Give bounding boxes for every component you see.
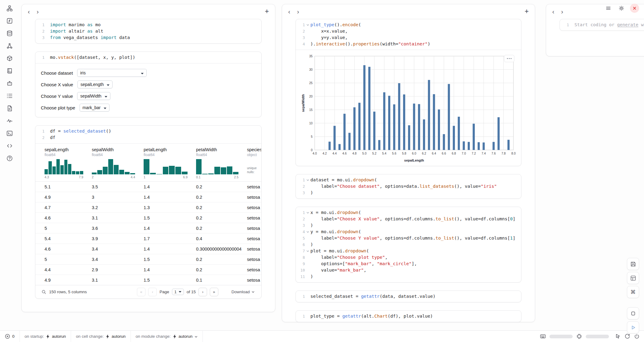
add-cell-button[interactable]: + [525, 8, 529, 15]
settings-button[interactable] [617, 4, 626, 13]
fold-spacer [305, 222, 310, 229]
code-editor[interactable]: 1 Start coding or generate with AI [560, 19, 644, 30]
line-number: 1 [560, 22, 569, 28]
sync-icon[interactable] [624, 333, 630, 339]
table-cell: setosa [247, 267, 262, 272]
code-editor[interactable]: 1plot_type = getattr(alt.Chart(df), plot… [296, 311, 521, 322]
command-palette-button[interactable]: ⌘ [627, 286, 639, 298]
svg-text:6.6: 6.6 [442, 152, 446, 155]
code-editor[interactable]: 1dataset = mo.ui.dropdown(2 label="Choos… [296, 174, 521, 198]
svg-text:sepalWidth: sepalWidth [301, 94, 305, 112]
sidebar-sitemap-button[interactable] [5, 4, 13, 12]
table-cell: 4.6 [45, 216, 92, 220]
config-label: on module change: [136, 334, 171, 339]
fold-spacer [569, 22, 574, 28]
code-editor[interactable]: 1x = mo.ui.dropdown(2 label="Choose X va… [296, 207, 521, 282]
column-name: petalWidth [196, 147, 247, 152]
power-icon[interactable] [634, 333, 640, 339]
error-circle-icon [5, 334, 10, 339]
runtime-config-on-module-change[interactable]: on module change:autorun [131, 331, 203, 342]
generate-link[interactable]: generate [617, 22, 639, 27]
column-next-button[interactable]: › [37, 8, 39, 15]
svg-text:5.2: 5.2 [372, 152, 377, 155]
line-number: 3 [35, 34, 45, 41]
code-editor[interactable]: 1df = selected_dataset()2df [35, 126, 261, 143]
choose-x-value-select[interactable]: sepalLength [77, 80, 113, 88]
line-number: 4 [296, 41, 305, 47]
page-select[interactable]: 1 [172, 289, 184, 295]
scratch-placeholder[interactable]: Start coding or generate with AI [574, 22, 644, 28]
download-button[interactable]: Download [231, 290, 255, 294]
table-row: 4.73.21.30.2setosa [35, 202, 261, 213]
code-editor[interactable]: 1import marimo as mo2import altair as al… [35, 19, 261, 43]
svg-text:6.8: 6.8 [452, 152, 456, 155]
column-header-sepalWidth: sepalWidthfloat6424.4 [92, 147, 144, 179]
fold-chevron-icon[interactable] [305, 248, 310, 254]
code-editor[interactable]: 1selected_dataset = getattr(data, datase… [296, 291, 521, 302]
sidebar-terminal-button[interactable] [5, 129, 13, 137]
line-number: 1 [296, 293, 305, 300]
prev-page-button[interactable]: ‹ [148, 288, 157, 296]
chart-actions-button[interactable] [504, 55, 514, 62]
choose-y-value-select[interactable]: sepalWidth [77, 92, 110, 100]
keyboard-icon[interactable] [540, 333, 546, 339]
code-line: 2 label="Choose dataset", options=data.l… [296, 183, 519, 190]
add-cell-button[interactable]: + [265, 8, 269, 15]
control-row: Choose X valuesepalLength [41, 79, 256, 90]
config-label: on cell change: [76, 334, 104, 339]
run-button[interactable] [627, 321, 639, 333]
sidebar-notebook-button[interactable] [5, 67, 13, 75]
chart-output: 4.04.24.44.64.85.05.25.45.65.86.06.26.46… [296, 50, 521, 166]
line-number: 7 [296, 248, 305, 254]
column-prev-button[interactable]: ‹ [552, 8, 554, 15]
fold-chevron-icon[interactable] [305, 22, 310, 28]
sidebar-database-button[interactable] [5, 29, 13, 37]
sidebar-snippets-button[interactable] [5, 142, 13, 150]
line-number: 1 [35, 128, 45, 134]
fold-chevron-icon[interactable] [305, 177, 310, 183]
runtime-config-on-startup[interactable]: on startup:autorun [20, 331, 71, 342]
sidebar-package-button[interactable] [5, 54, 13, 62]
column-next-button[interactable]: › [561, 8, 563, 15]
sidebar-list-button[interactable] [5, 92, 13, 100]
table-body: 5.13.51.40.2setosa4.931.40.2setosa4.73.2… [35, 182, 261, 285]
first-page-button[interactable]: « [137, 288, 145, 296]
cpu-chip-icon[interactable] [576, 333, 582, 339]
sidebar-robot-button[interactable] [5, 79, 13, 87]
error-count-button[interactable]: 0 [0, 331, 20, 342]
error-count: 0 [12, 334, 15, 339]
shutdown-button[interactable] [630, 4, 639, 13]
last-page-button[interactable]: » [210, 288, 218, 296]
column-next-button[interactable]: › [297, 8, 299, 15]
sidebar-document-button[interactable] [5, 104, 13, 112]
menu-button[interactable] [604, 4, 613, 13]
table-cell: 1.4 [144, 247, 196, 251]
table-cell: 1.4 [144, 267, 196, 272]
table-cell: 1.4 [144, 195, 196, 200]
pointer-icon[interactable] [615, 333, 621, 339]
code-line: 1df = selected_dataset() [35, 128, 259, 134]
save-button[interactable] [627, 258, 639, 270]
column-prev-button[interactable]: ‹ [288, 8, 290, 15]
fold-chevron-icon[interactable] [305, 229, 310, 235]
code-editor[interactable]: 1mo.vstack([dataset, x, y, plot]) [35, 52, 261, 63]
sidebar-help-button[interactable] [5, 154, 13, 162]
choose-plot-type-select[interactable]: mark_bar [80, 104, 109, 112]
table-row: 53.41.50.2setosa [35, 254, 261, 265]
next-page-button[interactable]: › [199, 288, 207, 296]
svg-text:7.4: 7.4 [481, 152, 486, 155]
runtime-config-on-cell-change[interactable]: on cell change:autorun [71, 331, 131, 342]
layout-grid-button[interactable] [627, 272, 639, 284]
fold-chevron-icon[interactable] [305, 209, 310, 216]
code-line: 9 options=["mark_bar", "mark_circle"], [296, 261, 519, 267]
column-prev-button[interactable]: ‹ [28, 8, 30, 15]
choose-dataset-select[interactable]: iris [77, 69, 147, 77]
search-icon[interactable] [41, 290, 46, 294]
sidebar-graph-button[interactable] [5, 42, 13, 50]
interrupt-button[interactable] [627, 307, 639, 319]
sidebar-functions-button[interactable] [5, 17, 13, 25]
table-cell: 0.2 [196, 216, 247, 220]
sidebar-activity-button[interactable] [5, 117, 13, 125]
table-cell: setosa [247, 216, 262, 220]
code-editor[interactable]: 1plot_type().encode(2 x=x.value,3 y=y.va… [296, 19, 521, 50]
